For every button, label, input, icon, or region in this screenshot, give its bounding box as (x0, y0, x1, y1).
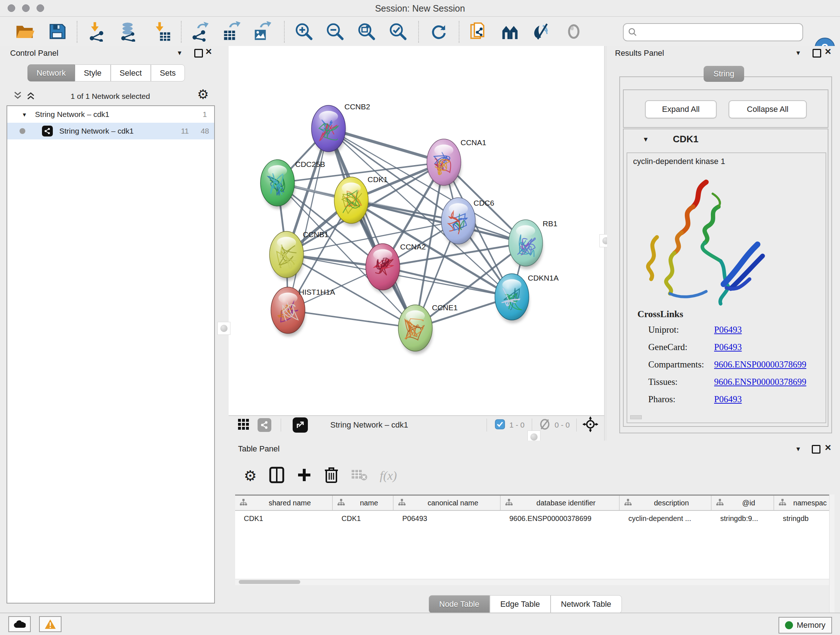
warnings-button[interactable] (39, 616, 62, 632)
network-node-ccna1[interactable]: CCNA1 (427, 138, 486, 187)
function-builder-icon[interactable]: f(x) (380, 469, 397, 483)
crosslink-value-link[interactable]: P06493 (714, 325, 742, 335)
column-header-namespac[interactable]: namespac (774, 496, 834, 510)
panel-menu-icon[interactable]: ▼ (795, 50, 801, 57)
refresh-button[interactable] (427, 19, 451, 43)
tab-network[interactable]: Network (27, 65, 75, 81)
network-node-rb1[interactable]: RB1 (508, 219, 557, 268)
table-cell[interactable]: CDK1 (333, 511, 393, 526)
panel-close-icon[interactable]: × (825, 444, 831, 451)
column-header-database-identifier[interactable]: database identifier (501, 496, 620, 510)
cloud-button[interactable] (8, 616, 31, 632)
import-table-button[interactable] (150, 19, 174, 43)
detach-view-icon[interactable] (293, 417, 308, 432)
expand-all-button[interactable]: Expand All (645, 100, 717, 119)
table-cell[interactable]: 9606.ENSP00000378699 (501, 511, 620, 526)
results-panel-title: Results Panel (615, 49, 664, 58)
network-edge[interactable] (328, 128, 415, 328)
panel-float-icon[interactable] (813, 49, 821, 57)
network-edge[interactable] (328, 128, 444, 162)
delete-table-icon[interactable] (351, 469, 368, 483)
tab-sets[interactable]: Sets (151, 65, 185, 81)
table-cell[interactable]: stringdb:9... (712, 511, 774, 526)
network-node-ccnb2[interactable]: CCNB2 (311, 103, 370, 154)
export-network-button[interactable] (188, 19, 212, 43)
tab-node-table[interactable]: Node Table (429, 595, 490, 613)
network-node-cdc6[interactable]: CDC6 (441, 198, 494, 247)
network-edge[interactable] (383, 267, 512, 297)
delete-column-trash-icon[interactable] (324, 467, 339, 485)
expand-all-icon[interactable] (26, 91, 35, 102)
horizontal-scrollbar[interactable] (235, 579, 834, 585)
hide-graphics-details-button[interactable] (530, 19, 554, 43)
network-node-hist1h1a[interactable]: HIST1H1A (271, 287, 335, 336)
import-network-button[interactable] (85, 19, 109, 43)
tab-style[interactable]: Style (75, 65, 111, 81)
panel-menu-icon[interactable]: ▼ (795, 446, 801, 453)
panel-float-icon[interactable] (812, 445, 821, 454)
crosslink-value-link[interactable]: P06493 (714, 342, 742, 352)
zoom-selected-button[interactable] (386, 19, 410, 43)
table-cell[interactable]: cyclin-dependent ... (620, 511, 712, 526)
hidden-eye-slash-icon[interactable] (538, 419, 551, 431)
panel-close-icon[interactable]: × (825, 48, 831, 55)
column-header-name[interactable]: name (333, 496, 393, 510)
network-row[interactable]: String Network – cdk1 11 48 (7, 123, 214, 139)
save-session-button[interactable] (45, 19, 69, 43)
collapse-all-button[interactable]: Collapse All (729, 100, 807, 119)
search-input[interactable] (640, 25, 802, 40)
table-cell[interactable]: CDK1 (235, 511, 333, 526)
collection-expand-icon[interactable]: ▼ (22, 111, 27, 118)
table-row[interactable]: CDK1CDK1P064939606.ENSP00000378699cyclin… (235, 511, 834, 526)
memory-button[interactable]: Memory (778, 617, 832, 633)
bottom-panel-divider[interactable] (229, 433, 604, 440)
show-graphics-details-button[interactable] (562, 19, 586, 43)
tab-select[interactable]: Select (111, 65, 151, 81)
crosslink-value-link[interactable]: P06493 (714, 394, 742, 404)
table-settings-gear-icon[interactable]: ⚙ (244, 467, 257, 484)
tab-string[interactable]: String (704, 66, 744, 82)
selected-checkbox-icon[interactable] (495, 419, 505, 431)
divider-grip[interactable] (218, 322, 231, 335)
show-columns-icon[interactable] (269, 467, 284, 485)
export-image-button[interactable] (249, 19, 273, 43)
network-node-cdkn1a[interactable]: CDKN1A (495, 274, 559, 323)
column-header-shared-name[interactable]: shared name (235, 496, 333, 510)
fit-content-crosshair-icon[interactable] (583, 416, 598, 434)
homes-button[interactable] (499, 19, 523, 43)
tab-edge-table[interactable]: Edge Table (490, 595, 551, 613)
network-canvas[interactable]: CCNB2CCNA1CDC25BCDK1CDC6RB1CCNB1CCNA2CDK… (229, 46, 604, 415)
crosslink-value-link[interactable]: 9606.ENSP00000378699 (714, 359, 806, 370)
import-network-from-database-button[interactable] (117, 19, 141, 43)
network-node-ccne1[interactable]: CCNE1 (398, 303, 458, 353)
panel-float-icon[interactable] (194, 49, 203, 57)
panel-close-icon[interactable]: × (205, 48, 212, 55)
network-share-view-icon[interactable] (257, 418, 271, 432)
export-table-button[interactable] (219, 19, 243, 43)
grid-view-icon[interactable] (237, 418, 249, 432)
collapse-all-icon[interactable] (13, 91, 22, 102)
column-header-canonical-name[interactable]: canonical name (393, 496, 501, 510)
network-document-button[interactable] (467, 19, 491, 43)
add-column-icon[interactable] (297, 467, 312, 484)
horizontal-scrollbar-thumb[interactable] (239, 580, 300, 584)
gear-icon[interactable]: ⚙ (197, 87, 209, 102)
table-cell[interactable]: stringdb (774, 511, 834, 526)
network-edge[interactable] (288, 310, 415, 328)
column-header-id[interactable]: @id (712, 496, 774, 510)
gene-collapse-icon[interactable]: ▼ (643, 136, 649, 143)
zoom-fit-button[interactable] (355, 19, 378, 43)
left-panel-divider[interactable] (219, 46, 229, 613)
table-cell[interactable]: P06493 (393, 511, 501, 526)
network-node-ccna2[interactable]: CCNA2 (366, 242, 426, 292)
crosslink-value-link[interactable]: 9606.ENSP00000378699 (714, 377, 806, 387)
open-session-button[interactable] (13, 19, 36, 43)
column-header-description[interactable]: description (620, 496, 712, 510)
horizontal-scrollbar-thumb[interactable] (630, 415, 642, 419)
eye-slash-icon (532, 21, 552, 42)
network-collection-row[interactable]: ▼ String Network – cdk1 1 (7, 106, 214, 123)
zoom-out-button[interactable] (323, 19, 347, 43)
tab-network-table[interactable]: Network Table (551, 595, 622, 613)
zoom-in-button[interactable] (292, 19, 316, 43)
panel-menu-icon[interactable]: ▼ (177, 50, 183, 57)
